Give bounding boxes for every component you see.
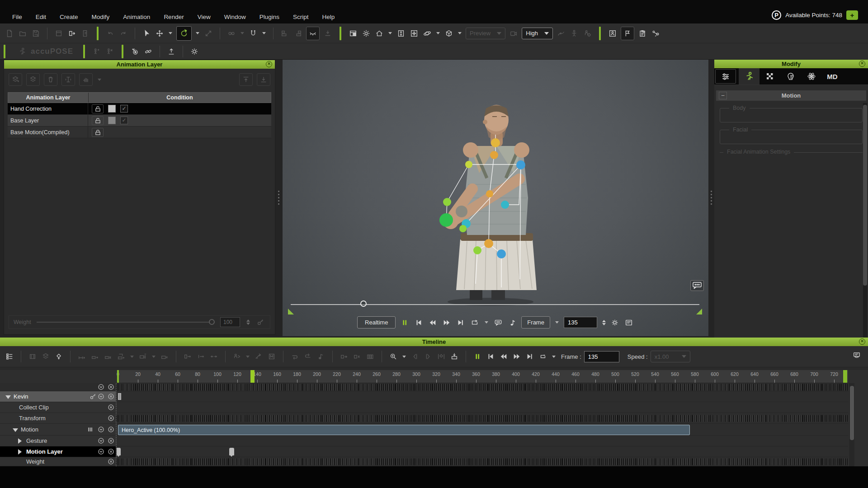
loop-icon[interactable]	[538, 352, 548, 361]
track-expand-icon[interactable]	[97, 383, 105, 391]
rename-icon[interactable]	[61, 73, 75, 86]
bar-down-icon[interactable]	[257, 73, 270, 86]
tab-motion-director[interactable]: MD	[822, 68, 843, 84]
clip-x-icon[interactable]	[160, 352, 170, 361]
menu-edit[interactable]: Edit	[30, 11, 52, 23]
upload-icon[interactable]	[166, 47, 176, 56]
quality-dropdown[interactable]: High	[522, 28, 553, 39]
align-a-icon[interactable]	[280, 28, 290, 38]
tab-material[interactable]	[760, 68, 780, 84]
viewport-3d[interactable]: Realtime Frame	[283, 60, 708, 336]
track-remove-icon[interactable]	[107, 448, 115, 456]
track-content-collect-clip[interactable]	[117, 402, 848, 413]
dropdown-caret-icon[interactable]	[388, 32, 392, 34]
track-key-icon[interactable]	[89, 393, 97, 401]
menu-file[interactable]: File	[6, 11, 28, 23]
layer-visible-checkbox[interactable]: ✓	[120, 105, 128, 113]
collapsed-arrow-icon[interactable]	[18, 438, 22, 444]
send-icon[interactable]	[323, 28, 333, 38]
playbar-settings-icon[interactable]	[610, 318, 620, 328]
add-points-button[interactable]: +	[846, 10, 858, 20]
dropdown-caret-icon[interactable]	[402, 356, 406, 358]
tab-general[interactable]	[715, 69, 736, 84]
track-content-kevin[interactable]	[117, 391, 848, 402]
scale-icon[interactable]	[203, 28, 213, 38]
menu-modify[interactable]: Modify	[86, 11, 116, 23]
menu-help[interactable]: Help	[316, 11, 341, 23]
rewind-button[interactable]	[428, 318, 438, 328]
track-row-partial[interactable]	[0, 383, 116, 391]
skip-end-icon[interactable]	[525, 352, 535, 361]
box-a-icon[interactable]	[28, 352, 38, 361]
home-icon[interactable]	[374, 28, 384, 38]
keyframe-marker[interactable]	[229, 448, 234, 455]
track-remove-icon[interactable]	[107, 437, 115, 445]
eye-closed-icon[interactable]	[306, 27, 320, 40]
timeline-display-icon[interactable]	[852, 350, 862, 360]
loop-dropdown-caret[interactable]	[485, 321, 488, 324]
folder-open-icon[interactable]	[18, 28, 28, 38]
tab-animation[interactable]	[739, 68, 760, 84]
realtime-button[interactable]: Realtime	[357, 316, 396, 328]
speed-dropdown[interactable]: x1.00	[651, 351, 690, 362]
pause-icon[interactable]	[472, 352, 482, 361]
frame-mode-caret[interactable]	[555, 321, 559, 324]
export-icon[interactable]	[67, 28, 77, 38]
ins-c-icon[interactable]	[365, 352, 375, 361]
layer-row-base-layer[interactable]: Base Layer✓	[8, 115, 271, 127]
exp-b-icon[interactable]	[196, 352, 206, 361]
camera-slider-handle[interactable]	[360, 300, 367, 307]
dropdown-caret-icon[interactable]	[98, 79, 101, 81]
loop-b-icon[interactable]	[303, 352, 313, 361]
track-row-kevin[interactable]: Kevin	[0, 391, 116, 402]
go-to-start-button[interactable]	[414, 318, 424, 328]
key-prev-icon[interactable]	[410, 352, 420, 361]
note-clip-icon[interactable]	[316, 352, 326, 361]
camera-icon[interactable]	[509, 28, 519, 38]
expanded-arrow-icon[interactable]	[13, 428, 18, 432]
trash-icon[interactable]	[44, 73, 57, 86]
layer-row-base-motion-compiled-[interactable]: Base Motion(Compiled)	[8, 127, 271, 138]
import-clip-icon[interactable]	[449, 352, 459, 361]
pose-a-icon[interactable]	[92, 47, 102, 56]
track-content-partial[interactable]	[117, 383, 848, 391]
track-remove-icon[interactable]	[107, 404, 115, 412]
pause-button[interactable]	[400, 318, 410, 328]
collapsed-arrow-icon[interactable]	[18, 449, 22, 455]
track-expand-icon[interactable]	[97, 393, 105, 401]
fast-forward-button[interactable]	[442, 318, 452, 328]
lock-open-icon[interactable]	[92, 116, 104, 125]
light-icon[interactable]	[361, 28, 371, 38]
motion-section-header[interactable]: – Motion	[716, 90, 866, 101]
menu-create[interactable]: Create	[54, 11, 84, 23]
timeline-scrollbar[interactable]	[849, 383, 854, 466]
audio-note-icon[interactable]	[507, 318, 517, 328]
clip-b-icon[interactable]	[90, 352, 100, 361]
track-row-weight[interactable]: Weight	[0, 457, 116, 466]
loop-a-icon[interactable]	[290, 352, 300, 361]
move-icon[interactable]	[155, 28, 165, 38]
weight-key-icon[interactable]	[255, 317, 265, 327]
motion-gear-icon[interactable]	[651, 28, 660, 38]
weight-slider-handle[interactable]	[209, 319, 215, 325]
go-to-end-button[interactable]	[456, 318, 466, 328]
layer-row-hand-correction[interactable]: Hand Correction✓	[8, 103, 271, 115]
tab-physics[interactable]	[801, 68, 822, 84]
track-content-gesture[interactable]	[117, 436, 848, 446]
expanded-arrow-icon[interactable]	[5, 395, 11, 399]
bar-up-icon[interactable]	[239, 73, 253, 86]
timeline-ruler[interactable]: 0204060801001201401601802002202402602803…	[117, 370, 848, 383]
layer-color-swatch[interactable]	[108, 105, 116, 113]
range-end-marker[interactable]	[843, 370, 847, 383]
clip-a-icon[interactable]	[77, 352, 87, 361]
dropdown-caret-icon[interactable]	[458, 32, 462, 34]
comment-bubble-icon[interactable]	[690, 280, 704, 291]
redo-icon[interactable]	[118, 28, 128, 38]
collapse-icon[interactable]: –	[719, 92, 727, 99]
track-row-motion-layer[interactable]: Motion Layer	[0, 446, 116, 457]
snap-icon[interactable]	[248, 28, 258, 38]
menu-window[interactable]: Window	[218, 11, 252, 23]
layers-icon[interactable]	[41, 352, 51, 361]
clipboard-icon[interactable]	[637, 28, 647, 38]
eye-key-icon[interactable]	[54, 352, 64, 361]
